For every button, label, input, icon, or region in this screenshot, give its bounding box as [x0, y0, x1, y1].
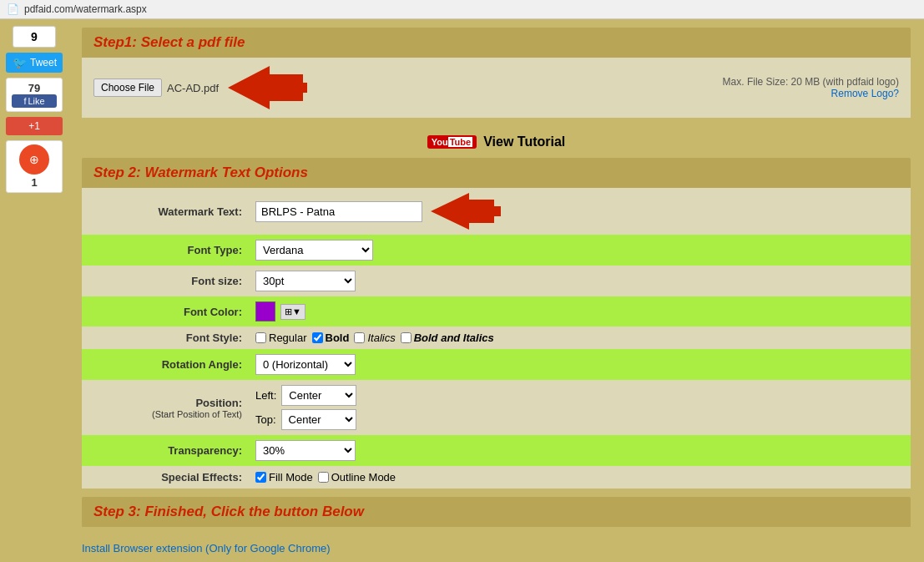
- watermark-text-input[interactable]: [255, 201, 422, 222]
- font-style-cell: Regular Bold Italics: [249, 327, 911, 349]
- style-italics-label[interactable]: Italics: [354, 332, 395, 344]
- style-regular-checkbox[interactable]: [255, 332, 266, 343]
- remove-logo-link[interactable]: Remove Logo?: [831, 88, 899, 99]
- pos-top-select[interactable]: Top Center Bottom: [281, 409, 356, 430]
- svg-marker-1: [228, 66, 307, 109]
- transparency-label: Transparency:: [82, 435, 249, 466]
- social-sidebar: 9 🐦 Tweet 79 f Like +1 ⊕ 1: [0, 19, 68, 562]
- font-color-cell: ⊞▼: [249, 296, 911, 327]
- rotation-label: Rotation Angle:: [82, 349, 249, 380]
- fb-like-count: 79: [12, 82, 57, 94]
- step2-table: Watermark Text: Font Type:: [82, 188, 911, 489]
- stumble-count: 1: [12, 176, 57, 189]
- fb-icon: f: [23, 96, 26, 106]
- watermark-arrow: [427, 193, 502, 230]
- pos-left-select[interactable]: Left Center Right: [281, 385, 356, 406]
- special-effects-label: Special Effects:: [82, 466, 249, 489]
- position-cell: Left: Left Center Right Top: Top Ce: [249, 380, 911, 435]
- pos-left-label: Left:: [255, 389, 276, 402]
- arrow-indicator: [224, 66, 307, 109]
- font-size-cell: 8pt10pt12pt14pt 16pt18pt20pt24pt 30pt36p…: [249, 266, 911, 296]
- tweet-button[interactable]: 🐦 Tweet: [6, 53, 63, 73]
- svg-marker-2: [431, 193, 501, 230]
- font-size-select[interactable]: 8pt10pt12pt14pt 16pt18pt20pt24pt 30pt36p…: [255, 271, 356, 291]
- font-size-label: Font size:: [82, 266, 249, 296]
- style-regular-label[interactable]: Regular: [255, 332, 307, 344]
- step2-title: Step 2: Watermark Text Options: [93, 165, 899, 181]
- stumble-icon: ⊕: [29, 153, 39, 166]
- style-italics-checkbox[interactable]: [354, 332, 365, 343]
- font-type-cell: Verdana Arial Times New Roman Courier Ge…: [249, 235, 911, 266]
- stumbleupon-box: ⊕ 1: [6, 140, 63, 193]
- style-bold-label[interactable]: Bold: [312, 332, 350, 344]
- gplus-label: +1: [28, 120, 40, 132]
- color-swatch[interactable]: [255, 301, 275, 322]
- tutorial-bar: YouTube View Tutorial: [82, 126, 911, 158]
- facebook-like-box: 79 f Like: [6, 78, 63, 112]
- watermark-btn-area: Watermark Pdf: [82, 558, 911, 562]
- font-type-label: Font Type:: [82, 235, 249, 266]
- step1-header: Step1: Select a pdf file: [82, 28, 911, 58]
- style-bold-italics-label[interactable]: Bold and Italics: [401, 332, 494, 344]
- rotation-cell: 0 (Horizontal) 45 (Diagonal) 90 (Vertica…: [249, 349, 911, 380]
- fb-like-label: Like: [28, 96, 44, 106]
- url-bar: pdfaid.com/watermark.aspx: [24, 3, 147, 15]
- tweet-label: Tweet: [30, 57, 57, 68]
- special-effects-cell: Fill Mode Outline Mode: [249, 466, 911, 489]
- file-area: Choose File AC-AD.pdf: [93, 66, 307, 109]
- style-bold-italics-checkbox[interactable]: [401, 332, 412, 343]
- step3-title: Step 3: Finished, Click the button Below: [93, 504, 899, 520]
- transparency-cell: 0%10%20% 30%40%50% 60%70%80%90%: [249, 435, 911, 466]
- watermark-text-cell: [249, 188, 911, 235]
- tutorial-link[interactable]: View Tutorial: [483, 134, 565, 149]
- choose-file-button[interactable]: Choose File: [93, 78, 162, 97]
- browser-bar: 📄 pdfaid.com/watermark.aspx: [0, 0, 924, 19]
- position-label: Position: (Start Position of Text): [82, 380, 249, 435]
- install-extension-link[interactable]: Install Browser extension (Only for Goog…: [82, 535, 911, 558]
- file-info: Max. File Size: 20 MB (with pdfaid logo)…: [723, 76, 899, 99]
- step1-title: Step1: Select a pdf file: [93, 34, 899, 51]
- watermark-text-label: Watermark Text:: [82, 188, 249, 235]
- outline-mode-label[interactable]: Outline Mode: [318, 471, 396, 484]
- main-content: Step1: Select a pdf file Choose File AC-…: [68, 19, 924, 562]
- gplus-button[interactable]: +1: [6, 117, 63, 135]
- share-count: 9: [13, 26, 56, 48]
- page-wrapper: 9 🐦 Tweet 79 f Like +1 ⊕ 1 Step1: Select: [0, 19, 924, 562]
- max-size-text: Max. File Size: 20 MB (with pdfaid logo): [723, 76, 899, 88]
- rotation-select[interactable]: 0 (Horizontal) 45 (Diagonal) 90 (Vertica…: [255, 354, 356, 375]
- step1-box: Step1: Select a pdf file Choose File AC-…: [82, 28, 911, 118]
- fill-mode-checkbox[interactable]: [255, 472, 266, 483]
- step3-header: Step 3: Finished, Click the button Below: [82, 497, 911, 527]
- twitter-icon: 🐦: [13, 56, 27, 69]
- step2-box: Step 2: Watermark Text Options Watermark…: [82, 158, 911, 489]
- outline-mode-checkbox[interactable]: [318, 472, 329, 483]
- font-type-select[interactable]: Verdana Arial Times New Roman Courier Ge…: [255, 240, 373, 261]
- youtube-badge: YouTube: [427, 135, 477, 149]
- fill-mode-label[interactable]: Fill Mode: [255, 471, 313, 484]
- step3-box: Step 3: Finished, Click the button Below: [82, 497, 911, 527]
- transparency-select[interactable]: 0%10%20% 30%40%50% 60%70%80%90%: [255, 440, 356, 461]
- page-icon: 📄: [7, 3, 19, 15]
- stumbleupon-button[interactable]: ⊕: [19, 144, 49, 175]
- file-name-display: AC-AD.pdf: [167, 82, 219, 94]
- font-style-label: Font Style:: [82, 327, 249, 349]
- step1-body: Choose File AC-AD.pdf Max. Fil: [82, 58, 911, 118]
- fb-like-button[interactable]: f Like: [12, 94, 57, 108]
- pos-top-label: Top:: [255, 413, 276, 426]
- style-bold-checkbox[interactable]: [312, 332, 323, 343]
- color-picker-icon[interactable]: ⊞▼: [280, 304, 305, 320]
- step2-header: Step 2: Watermark Text Options: [82, 158, 911, 188]
- font-color-label: Font Color:: [82, 296, 249, 327]
